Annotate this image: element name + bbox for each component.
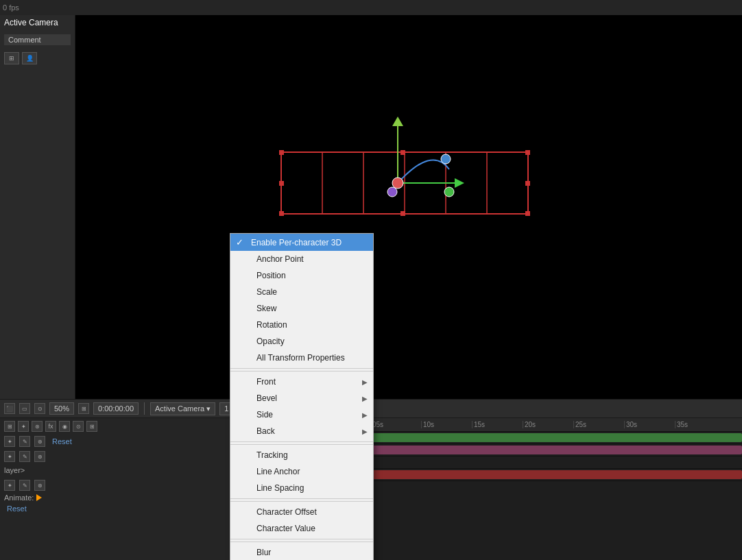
reset-button-1[interactable]: Reset (49, 436, 75, 447)
menu-item-label-front: Front (256, 377, 362, 387)
menu-item-front[interactable]: Front▶ (230, 374, 373, 390)
tl-icon-link2[interactable]: ⊛ (34, 451, 45, 462)
track-layer-label: layer> (4, 466, 25, 474)
tl-icon-6[interactable]: ⊞ (86, 421, 97, 432)
ruler-mark-15s: 15s (472, 421, 523, 428)
menu-item-label-enable-per-character-3d: Enable Per-character 3D (251, 238, 362, 247)
ruler-mark-30s: 30s (624, 421, 675, 428)
menu-item-label-anchor-point: Anchor Point (256, 254, 362, 264)
svg-rect-7 (279, 150, 284, 155)
top-bar: 0 fps (0, 0, 742, 15)
animate-row: Animate: (0, 492, 232, 503)
tl-icon-pencil3[interactable]: ✎ (19, 480, 30, 491)
toolbar-icon-fit[interactable]: ⊞ (78, 403, 89, 414)
svg-rect-0 (75, 15, 742, 399)
menu-separator-after-14 (230, 498, 373, 499)
submenu-arrow-bevel: ▶ (362, 395, 368, 402)
menu-item-anchor-point[interactable]: Anchor Point (230, 251, 373, 267)
toolbar-separator-1 (144, 402, 145, 415)
svg-rect-11 (400, 150, 405, 155)
svg-rect-14 (525, 181, 530, 186)
tl-icon-pencil[interactable]: ✎ (19, 436, 30, 447)
zoom-select[interactable]: 50% (49, 402, 74, 415)
timecode-display[interactable]: 0:00:00:00 (93, 402, 139, 415)
svg-point-20 (441, 154, 451, 164)
tl-icon-4[interactable]: ◉ (59, 421, 70, 432)
menu-item-skew[interactable]: Skew (230, 300, 373, 317)
menu-item-label-blur: Blur (256, 548, 362, 557)
menu-item-character-offset[interactable]: Character Offset (230, 504, 373, 520)
tl-icon-3[interactable]: ⊛ (32, 421, 43, 432)
menu-item-label-skew: Skew (256, 304, 362, 313)
menu-item-label-bevel: Bevel (256, 393, 362, 403)
fps-label: 0 fps (3, 3, 19, 12)
menu-item-all-transform-properties[interactable]: All Transform Properties (230, 350, 373, 366)
menu-item-position[interactable]: Position (230, 267, 373, 284)
menu-item-side[interactable]: Side▶ (230, 406, 373, 423)
svg-point-22 (387, 187, 397, 197)
menu-item-line-spacing[interactable]: Line Spacing (230, 480, 373, 496)
tl-icon-star2[interactable]: ✦ (4, 451, 15, 462)
menu-item-opacity[interactable]: Opacity (230, 333, 373, 350)
menu-separator-15 (230, 501, 373, 502)
animate-play-icon (36, 494, 43, 501)
animate-label: Animate: (4, 494, 34, 502)
menu-item-line-anchor[interactable]: Line Anchor (230, 463, 373, 480)
toolbar-icon-3d[interactable]: ⊙ (34, 403, 45, 414)
checkmark-icon-enable-per-character-3d: ✓ (236, 237, 247, 247)
menu-item-label-all-transform-properties: All Transform Properties (256, 353, 362, 363)
menu-separator-12 (230, 444, 373, 445)
menu-item-label-side: Side (256, 410, 362, 419)
reset-button-2[interactable]: Reset (4, 503, 29, 514)
icon-row: ⊞ 👤 (0, 49, 75, 67)
tl-icon-star[interactable]: ✦ (4, 436, 15, 447)
menu-item-character-value[interactable]: Character Value (230, 520, 373, 537)
ruler-mark-05s: 05s (370, 421, 421, 428)
menu-item-rotation[interactable]: Rotation (230, 317, 373, 333)
submenu-arrow-back: ▶ (362, 428, 368, 435)
tl-icon-1[interactable]: ⊞ (4, 421, 15, 432)
menu-separator-8 (230, 371, 373, 372)
tl-icon-link3[interactable]: ⊛ (34, 480, 45, 491)
tl-icon-pencil2[interactable]: ✎ (19, 451, 30, 462)
menu-item-label-position: Position (256, 271, 362, 280)
menu-item-label-opacity: Opacity (256, 337, 362, 346)
tl-icon-fx[interactable]: fx (45, 421, 56, 432)
main-canvas: Active Camera (75, 15, 742, 399)
menu-item-label-character-offset: Character Offset (256, 507, 362, 517)
active-camera-label: Active Camera (0, 15, 75, 30)
tl-icon-2[interactable]: ✦ (18, 421, 29, 432)
svg-rect-8 (525, 150, 530, 155)
ruler-mark-25s: 25s (573, 421, 624, 428)
svg-rect-10 (525, 211, 530, 216)
timeline-controls: ⊞ ✦ ⊛ fx ◉ ⊙ ⊞ (0, 418, 232, 435)
menu-item-bevel[interactable]: Bevel▶ (230, 390, 373, 406)
menu-item-label-line-anchor: Line Anchor (256, 467, 362, 476)
toolbar-icon-preview[interactable]: ⬛ (4, 403, 15, 414)
tool-icon-1[interactable]: ⊞ (4, 52, 19, 64)
menu-separator-17 (230, 541, 373, 542)
tl-icon-5[interactable]: ⊙ (73, 421, 84, 432)
menu-item-back[interactable]: Back▶ (230, 423, 373, 439)
svg-rect-9 (279, 211, 284, 216)
menu-item-scale[interactable]: Scale (230, 284, 373, 300)
svg-rect-12 (400, 211, 405, 216)
menu-separator-after-11 (230, 441, 373, 442)
menu-item-label-tracking: Tracking (256, 450, 362, 460)
menu-item-enable-per-character-3d[interactable]: ✓Enable Per-character 3D (230, 234, 373, 251)
tool-icon-2[interactable]: 👤 (22, 52, 37, 64)
menu-item-blur[interactable]: Blur (230, 544, 373, 560)
menu-item-label-rotation: Rotation (256, 320, 362, 330)
submenu-arrow-side: ▶ (362, 411, 368, 419)
camera-select[interactable]: Active Camera ▾ (150, 402, 215, 415)
tl-icon-link[interactable]: ⊛ (34, 436, 45, 447)
toolbar-icon-screen[interactable]: ▭ (19, 403, 30, 414)
ruler-mark-20s: 20s (523, 421, 573, 428)
ruler-mark-35s: 35s (675, 421, 726, 428)
menu-item-tracking[interactable]: Tracking (230, 447, 373, 463)
menu-item-label-scale: Scale (256, 287, 362, 297)
svg-rect-13 (279, 181, 284, 186)
tl-icon-star3[interactable]: ✦ (4, 480, 15, 491)
comment-button[interactable]: Comment (4, 34, 71, 45)
menu-item-label-line-spacing: Line Spacing (256, 483, 362, 493)
